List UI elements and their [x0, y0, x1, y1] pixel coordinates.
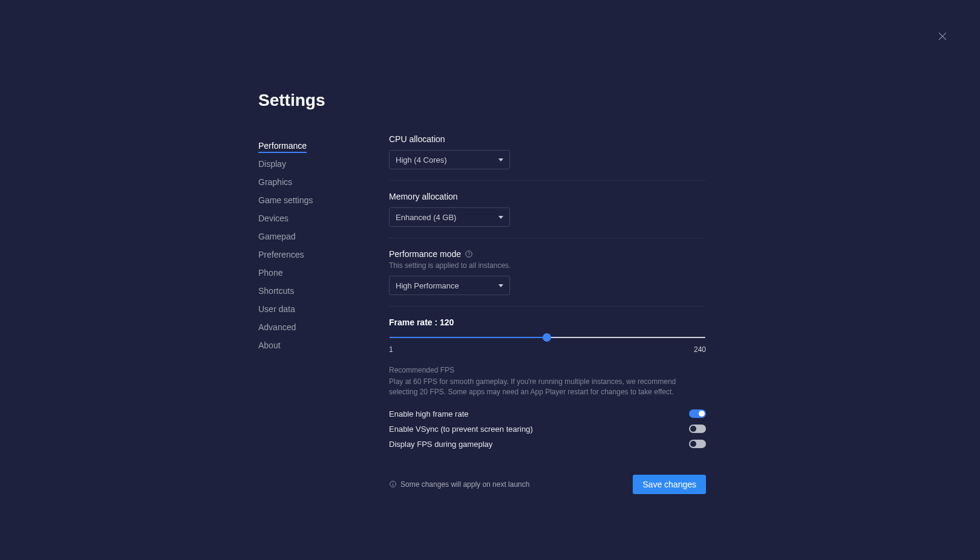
svg-point-2 — [466, 251, 472, 258]
recommended-fps-body: Play at 60 FPS for smooth gameplay. If y… — [389, 377, 706, 398]
svg-point-3 — [469, 255, 469, 256]
toggle-row-vsync: Enable VSync (to prevent screen tearing) — [389, 422, 706, 437]
performance-mode-section: Performance mode This setting is applied… — [389, 249, 706, 307]
sidebar-item-user-data[interactable]: User data — [258, 300, 389, 318]
sidebar-item-gamepad[interactable]: Gamepad — [258, 227, 389, 246]
frame-rate-label-prefix: Frame rate : — [389, 317, 440, 327]
frame-rate-slider[interactable] — [390, 333, 705, 342]
memory-allocation-select[interactable]: Enhanced (4 GB) — [389, 207, 510, 227]
sidebar-item-devices[interactable]: Devices — [258, 209, 389, 227]
settings-content: CPU allocation High (4 Cores) Memory all… — [389, 134, 706, 516]
settings-sidebar: Performance Display Graphics Game settin… — [258, 134, 389, 516]
toggle-row-high-fps: Enable high frame rate — [389, 406, 706, 422]
close-icon[interactable] — [936, 30, 949, 42]
sidebar-item-label: Shortcuts — [258, 286, 294, 296]
footer-note-text: Some changes will apply on next launch — [400, 480, 529, 489]
sidebar-item-label: Phone — [258, 268, 283, 278]
recommended-fps-heading: Recommended FPS — [389, 366, 706, 374]
frame-rate-label: Frame rate : 120 — [389, 317, 706, 327]
slider-fill — [390, 337, 547, 338]
performance-mode-select[interactable]: High Performance — [389, 276, 510, 295]
caret-down-icon — [498, 216, 503, 219]
cpu-allocation-section: CPU allocation High (4 Cores) — [389, 134, 706, 181]
toggle-label-vsync: Enable VSync (to prevent screen tearing) — [389, 425, 533, 434]
sidebar-item-advanced[interactable]: Advanced — [258, 318, 389, 336]
sidebar-item-label: User data — [258, 304, 295, 314]
memory-allocation-label: Memory allocation — [389, 192, 706, 201]
toggle-vsync[interactable] — [689, 425, 706, 433]
frame-rate-max: 240 — [694, 345, 706, 354]
info-icon — [389, 480, 397, 488]
sidebar-item-label: Graphics — [258, 177, 292, 187]
cpu-allocation-label: CPU allocation — [389, 134, 706, 144]
frame-rate-value: 120 — [440, 317, 454, 327]
caret-down-icon — [498, 158, 503, 161]
cpu-allocation-value: High (4 Cores) — [396, 155, 447, 164]
memory-allocation-value: Enhanced (4 GB) — [396, 213, 456, 222]
performance-mode-label-text: Performance mode — [389, 249, 461, 259]
sidebar-item-shortcuts[interactable]: Shortcuts — [258, 282, 389, 300]
sidebar-item-display[interactable]: Display — [258, 155, 389, 173]
toggle-row-show-fps: Display FPS during gameplay — [389, 437, 706, 452]
sidebar-item-performance[interactable]: Performance — [258, 137, 389, 155]
toggle-high-fps[interactable] — [689, 409, 706, 418]
sidebar-item-phone[interactable]: Phone — [258, 264, 389, 282]
memory-allocation-section: Memory allocation Enhanced (4 GB) — [389, 192, 706, 238]
sidebar-item-label: About — [258, 340, 281, 350]
caret-down-icon — [498, 284, 503, 287]
sidebar-item-about[interactable]: About — [258, 336, 389, 354]
cpu-allocation-select[interactable]: High (4 Cores) — [389, 150, 510, 169]
sidebar-item-label: Performance — [258, 141, 307, 153]
save-changes-button[interactable]: Save changes — [633, 475, 706, 494]
frame-rate-min: 1 — [389, 345, 393, 354]
toggle-show-fps[interactable] — [689, 440, 706, 448]
sidebar-item-graphics[interactable]: Graphics — [258, 173, 389, 191]
performance-mode-sublabel: This setting is applied to all instances… — [389, 261, 706, 270]
performance-mode-label: Performance mode — [389, 249, 706, 259]
svg-point-6 — [393, 483, 393, 483]
sidebar-item-label: Gamepad — [258, 232, 295, 241]
toggle-label-show-fps: Display FPS during gameplay — [389, 440, 492, 449]
help-icon[interactable] — [465, 250, 473, 258]
toggle-label-high-fps: Enable high frame rate — [389, 409, 469, 418]
sidebar-item-label: Devices — [258, 213, 289, 223]
page-title: Settings — [258, 91, 706, 110]
slider-thumb[interactable] — [543, 333, 551, 342]
sidebar-item-game-settings[interactable]: Game settings — [258, 191, 389, 209]
footer-note: Some changes will apply on next launch — [389, 480, 529, 489]
sidebar-item-label: Advanced — [258, 322, 296, 332]
sidebar-item-label: Preferences — [258, 250, 304, 259]
frame-rate-section: Frame rate : 120 1 240 Recommended FPS P… — [389, 317, 706, 505]
sidebar-item-label: Display — [258, 159, 286, 169]
sidebar-item-label: Game settings — [258, 195, 313, 205]
sidebar-item-preferences[interactable]: Preferences — [258, 246, 389, 264]
performance-mode-value: High Performance — [396, 281, 459, 290]
